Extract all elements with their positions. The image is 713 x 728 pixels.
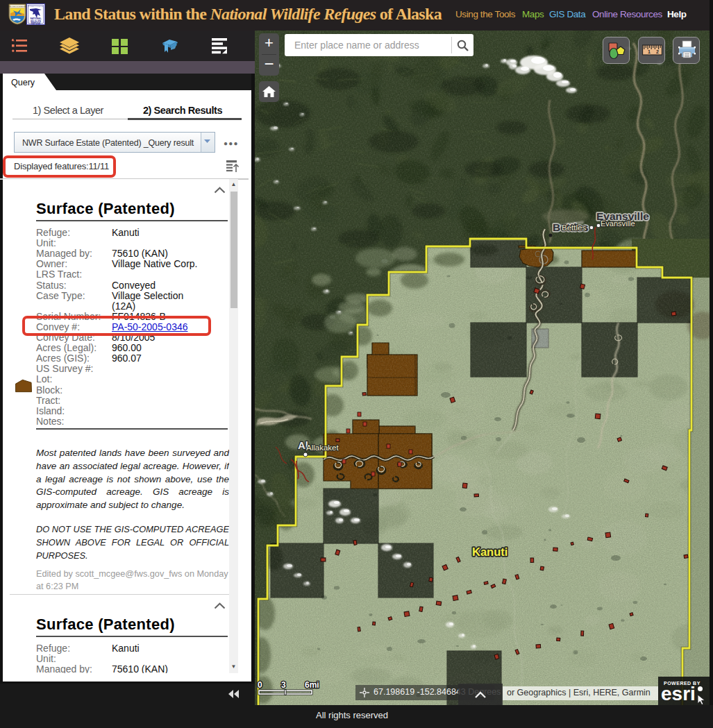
svg-text:Bettles: Bettles	[562, 223, 586, 232]
svg-text:2: 2	[656, 49, 659, 54]
svg-text:U.S. FISH & WILDLIFE: U.S. FISH & WILDLIFE	[8, 6, 26, 8]
svg-text:6mi: 6mi	[305, 680, 319, 690]
svg-text:REFUGE: REFUGE	[31, 22, 40, 25]
svg-text:3: 3	[281, 680, 286, 690]
svg-text:Kanuti: Kanuti	[472, 545, 508, 558]
svg-text:0: 0	[258, 680, 262, 690]
svg-text:1: 1	[648, 49, 651, 54]
svg-text:Allakaket: Allakaket	[306, 443, 339, 452]
svg-text:NATIONAL WILDLIFE: NATIONAL WILDLIFE	[28, 6, 44, 7]
svg-text:Evansville: Evansville	[601, 219, 635, 228]
